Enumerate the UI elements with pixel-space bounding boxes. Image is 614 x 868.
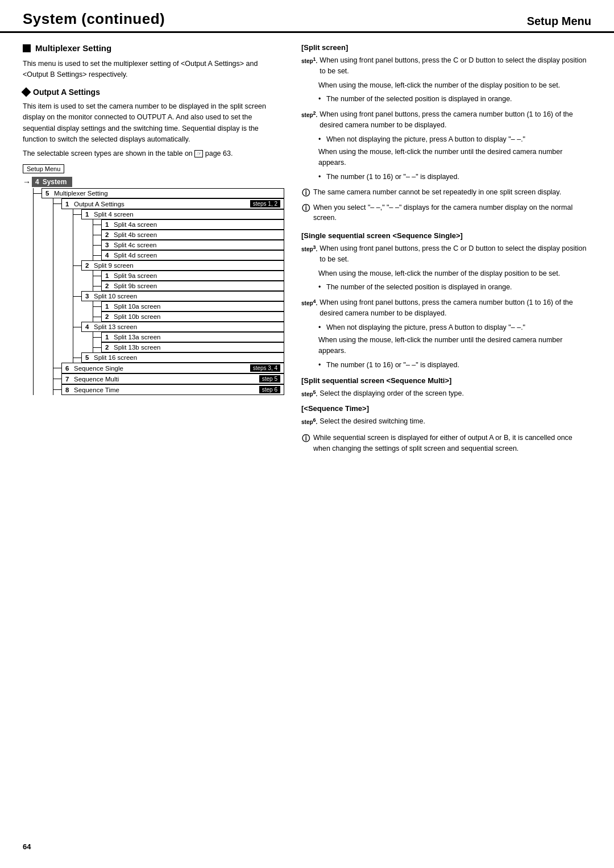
info2-text: When you select "– –," "– –" displays fo…	[313, 202, 591, 224]
split9-box: 2 Split 9 screen	[81, 260, 284, 271]
step2-line: step2. When using front panel buttons, p…	[301, 109, 591, 131]
step5-label: step5.	[301, 388, 317, 399]
steps-badge-1-2: steps 1, 2	[250, 200, 280, 207]
info3-block: ⓘ While sequential screen is displayed f…	[301, 433, 591, 454]
split-seq-multi-title: [Split sequential screen <Sequence Multi…	[301, 376, 591, 385]
tree-item-split4a: 1Split 4a screen	[93, 219, 284, 230]
seq-time-box: 8 Sequence Time step 6	[61, 384, 284, 395]
tree-item-split4c: 3Split 4c screen	[93, 240, 284, 250]
tree-level1: 5 Multiplexer Setting 1	[33, 188, 284, 395]
step5-line: step5. Select the displaying order of th…	[301, 388, 591, 399]
system-row: → 4 System	[23, 177, 284, 187]
seq-time-title: [<Sequence Time>]	[301, 404, 591, 413]
step1-text: When using front panel buttons, press th…	[320, 55, 591, 77]
step3-sub: When using the mouse, left-click the num…	[318, 268, 591, 279]
system-box: 4 System	[32, 177, 72, 187]
step2-text: When using front panel buttons, press th…	[320, 109, 591, 131]
info3-text: While sequential screen is displayed for…	[313, 433, 591, 454]
tree-item-seq-single: 6 Sequence Single steps 3, 4	[53, 363, 284, 373]
diamond-icon	[22, 87, 31, 97]
step3-text: When using front panel buttons, press th…	[320, 243, 591, 265]
left-column: Multiplexer Setting This menu is used to…	[23, 43, 284, 458]
info1-text: The same camera number cannot be set rep…	[313, 187, 561, 199]
split-screen-title: [Split screen]	[301, 43, 591, 52]
page-header: System (continued) Setup Menu	[0, 0, 614, 32]
tree-item-split13b: 2Split 13b screen	[93, 342, 284, 352]
split4-children: 1Split 4a screen 2Split 4b screen	[93, 219, 284, 260]
step6-text: Select the desired switching time.	[320, 416, 425, 427]
step2-sub: When using the mouse, left-click the num…	[318, 147, 591, 168]
split16-box: 5 Split 16 screen	[81, 352, 284, 363]
page-ref-icon: ☞	[194, 150, 203, 157]
output-a-box: 1 Output A Settings steps 1, 2	[61, 198, 284, 209]
black-square-icon	[23, 44, 31, 52]
right-column: [Split screen] step1. When using front p…	[301, 43, 591, 458]
tree-item-output-a: 1 Output A Settings steps 1, 2	[53, 198, 284, 363]
step2-label: step2.	[301, 109, 317, 131]
info2-block: ⓘ When you select "– –," "– –" displays …	[301, 202, 591, 224]
system-label: System	[43, 178, 67, 186]
arrow-icon: →	[23, 177, 31, 186]
step4-label: step4.	[301, 297, 317, 319]
subsection-heading-output-a: Output A Settings	[23, 88, 284, 97]
setup-menu-label: Setup Menu	[23, 164, 64, 173]
step1-bullet1: The number of the selected position is d…	[326, 94, 591, 105]
tree-item-split9a: 1Split 9a screen	[93, 271, 284, 281]
tree-item-split4d: 4Split 4d screen	[93, 250, 284, 260]
tree-item-split10: 3 Split 10 screen 1Split 10a screen	[73, 291, 284, 322]
step4-sub: When using the mouse, left-click the num…	[318, 335, 591, 356]
tree-item-split13a: 1Split 13a screen	[93, 332, 284, 342]
step4-bullet2: The number (1 to 16) or "– –" is display…	[326, 360, 591, 371]
tree-item-multiplexer: 5 Multiplexer Setting 1	[34, 188, 284, 395]
step3-label: step3.	[301, 243, 317, 265]
step6-label: step6.	[301, 416, 317, 427]
info1-block: ⓘ The same camera number cannot be set r…	[301, 187, 591, 199]
tree-diagram: Setup Menu → 4 System 5 Multiplexer	[23, 164, 284, 395]
split13-children: 1Split 13a screen 2Split 13b screen	[93, 332, 284, 352]
split13-box: 4 Split 13 screen	[81, 322, 284, 332]
single-seq-title: [Single sequential screen <Sequence Sing…	[301, 231, 591, 240]
tree-item-split16: 5 Split 16 screen	[73, 352, 284, 363]
info3-icon: ⓘ	[301, 433, 310, 454]
step2-bullet1: When not displaying the picture, press A…	[326, 134, 591, 145]
node-multiplexer: 5 Multiplexer Setting 1	[42, 188, 284, 395]
section-heading-multiplexer: Multiplexer Setting	[23, 43, 284, 53]
step1-sub: When using the mouse, left-click the num…	[318, 80, 591, 91]
tree-item-split4b: 2Split 4b screen	[93, 230, 284, 240]
section-body: This menu is used to set the multiplexer…	[23, 59, 284, 81]
step1-line: step1. When using front panel buttons, p…	[301, 55, 591, 77]
multiplexer-box: 5 Multiplexer Setting	[42, 188, 284, 198]
subsection-title: Output A Settings	[33, 88, 100, 97]
seq-multi-box: 7 Sequence Multi step 5	[61, 373, 284, 384]
step2-bullet2: The number (1 to 16) or "– –" is display…	[326, 172, 591, 182]
page-number: 64	[23, 842, 31, 851]
step3-line: step3. When using front panel buttons, p…	[301, 243, 591, 265]
connector	[34, 193, 42, 194]
step4-line: step4. When using front panel buttons, p…	[301, 297, 591, 319]
info1-icon: ⓘ	[301, 187, 310, 199]
step3-bullet1: The number of the selected position is d…	[326, 282, 591, 293]
header-title-right: Setup Menu	[527, 15, 591, 28]
seq-single-box: 6 Sequence Single steps 3, 4	[61, 363, 284, 373]
tree-item-split13: 4 Split 13 screen 1Split 13a screen	[73, 322, 284, 352]
steps-badge-3-4: steps 3, 4	[250, 364, 280, 372]
split4-box: 1 Split 4 screen	[81, 209, 284, 219]
step-badge-5: step 5	[259, 375, 280, 383]
page-ref: The selectable screen types are shown in…	[23, 149, 284, 157]
header-title-left: System (continued)	[23, 10, 165, 28]
step-badge-6: step 6	[259, 386, 280, 393]
tree-level2: 1 Output A Settings steps 1, 2	[53, 198, 284, 395]
step6-line: step6. Select the desired switching time…	[301, 416, 591, 427]
step4-bullet1: When not displaying the picture, press A…	[326, 322, 591, 333]
split10-box: 3 Split 10 screen	[81, 291, 284, 301]
tree-item-split9b: 2Split 9b screen	[93, 281, 284, 291]
content-area: Multiplexer Setting This menu is used to…	[0, 33, 614, 469]
tree-item-split4: 1 Split 4 screen 1Split 4a screen	[73, 209, 284, 260]
tree-item-split10a: 1Split 10a screen	[93, 301, 284, 312]
step5-text: Select the displaying order of the scree…	[320, 388, 464, 399]
subsection-body1: This item is used to set the camera numb…	[23, 101, 284, 146]
step4-text: When using front panel buttons, press th…	[320, 297, 591, 319]
split9-children: 1Split 9a screen 2Split 9b screen	[93, 271, 284, 291]
tree-level3: 1 Split 4 screen 1Split 4a screen	[73, 209, 284, 363]
node-output-a: 1 Output A Settings steps 1, 2	[61, 198, 284, 363]
